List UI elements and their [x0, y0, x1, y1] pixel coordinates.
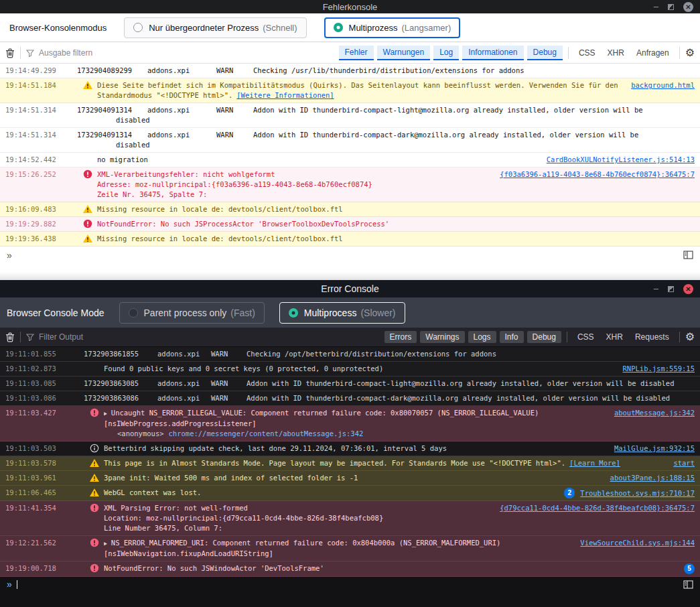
window-error-console-en: Error Console – ✕ Browser Console Mode P…	[0, 280, 700, 607]
settings-gear-icon[interactable]: ⚙	[685, 332, 695, 342]
restore-button[interactable]	[668, 286, 674, 292]
mode-option-hint: (Fast)	[230, 308, 255, 318]
warning-icon	[82, 204, 93, 214]
close-button[interactable]: ✕	[683, 2, 693, 12]
minimize-button[interactable]: –	[654, 285, 658, 292]
source-location-link[interactable]: Troubleshoot.sys.mjs:710:17	[580, 488, 695, 498]
console-output: 19:11:01.8551732903861855addons.xpiWARNC…	[0, 347, 700, 577]
console-input-row[interactable]: »	[0, 247, 700, 263]
log-message-text: Standardmodus "<!DOCTYPE html>".	[97, 91, 232, 99]
filter-button-fehler[interactable]: Fehler	[339, 46, 374, 60]
source-location-link[interactable]: MailGlue.jsm:932:15	[614, 444, 695, 454]
log-timestamp: 19:19:00.718	[0, 563, 84, 574]
log-line: XML Parsing Error: not well-formed	[104, 503, 497, 513]
text-cursor	[17, 580, 17, 589]
category-button-css[interactable]: CSS	[573, 330, 599, 344]
log-message-block: 1732904091314addons.xpiWARNAddon with ID…	[77, 105, 700, 125]
filter-input[interactable]: Filter Output	[26, 332, 379, 342]
mode-option-multiprocess[interactable]: Multiprozess (Langsamer)	[324, 17, 461, 38]
log-row: 19:11:03.578This page is in Almost Stand…	[0, 456, 700, 471]
source-location-link[interactable]: start	[673, 458, 695, 468]
source-location-link[interactable]: about3Pane.js:188:15	[610, 473, 695, 483]
filter-button-informationen[interactable]: Informationen	[462, 46, 523, 60]
error-icon	[89, 503, 100, 513]
log-row-meta: about3Pane.js:188:15	[610, 473, 700, 483]
expand-arrow-icon[interactable]: ▶	[104, 538, 107, 549]
radio-unselected-icon[interactable]	[133, 23, 143, 32]
filter-button-log[interactable]: Log	[433, 46, 459, 60]
settings-gear-icon[interactable]: ⚙	[685, 48, 695, 58]
category-button-requests[interactable]: Requests	[630, 330, 674, 344]
mode-option-hint: (Slower)	[360, 308, 395, 318]
open-sidebar-icon[interactable]	[683, 251, 693, 259]
filter-input[interactable]: Ausgabe filtern	[26, 48, 334, 58]
expand-arrow-icon[interactable]: ▶	[104, 408, 107, 419]
filter-button-errors[interactable]: Errors	[384, 331, 417, 343]
mode-label: Browser Console Mode	[7, 308, 104, 318]
log-message-text: Missing resource in locale de: devtools/…	[97, 234, 343, 243]
filter-button-debug[interactable]: Debug	[527, 331, 561, 343]
radio-unselected-icon[interactable]	[129, 308, 138, 318]
console-input-row[interactable]: »	[0, 577, 700, 592]
error-icon	[89, 538, 100, 547]
filter-button-info[interactable]: Info	[500, 331, 524, 343]
log-row: 19:14:52.442no migrationCardBookXULNotif…	[0, 153, 700, 167]
log-line: Location: moz-nullprincipal:{d79cca11-0c…	[104, 513, 497, 523]
log-row: 19:19:36.438Missing resource in locale d…	[0, 232, 700, 247]
category-button-xhr[interactable]: XHR	[602, 330, 628, 344]
log-timestamp: 19:11:01.855	[0, 349, 84, 359]
log-column: addons.xpi	[147, 105, 216, 115]
log-message-block: Missing resource in locale de: devtools/…	[97, 204, 700, 214]
log-message-block: This page is in Almost Standards Mode. P…	[104, 458, 673, 468]
error-icon	[89, 408, 100, 417]
source-location-link[interactable]: {f03a6396-a119-4043-8e68-4b760ecf0874}:3…	[500, 170, 695, 180]
source-location-link[interactable]: aboutMessage.js:342	[614, 408, 695, 418]
source-location-link[interactable]: RNPLib.jsm:559:15	[623, 364, 695, 374]
close-button[interactable]: ✕	[683, 284, 693, 294]
category-buttons: CSSXHRAnfragen	[574, 46, 674, 60]
error-icon	[82, 219, 93, 228]
log-message-text: Adresse: moz-nullprincipal:{f03a6396-a11…	[97, 180, 372, 188]
mode-option-multiprocess[interactable]: Multiprocess (Slower)	[279, 302, 405, 324]
radio-selected-icon[interactable]	[289, 308, 298, 318]
warning-icon	[89, 488, 100, 497]
open-sidebar-icon[interactable]	[683, 580, 693, 589]
mode-option-parent-process[interactable]: Parent process only (Fast)	[119, 302, 265, 324]
source-location-link[interactable]: ViewSourceChild.sys.mjs:144	[580, 538, 695, 548]
log-message-text: Betterbird skipping update check, last d…	[104, 444, 447, 452]
log-column: addons.xpi	[157, 349, 211, 359]
mode-option-label: Parent process only	[144, 308, 227, 318]
clear-output-button[interactable]	[5, 332, 15, 342]
filter-button-warnungen[interactable]: Warnungen	[377, 46, 431, 60]
log-message-block: 1732904089299addons.xpiWARNChecking /usr…	[77, 66, 700, 76]
console-mode-bar: Browser-Konsolenmodus Nur übergeordneter…	[0, 13, 700, 42]
log-timestamp: 19:19:29.882	[0, 219, 77, 229]
learn-more-link[interactable]: [Weitere Informationen]	[236, 91, 334, 99]
category-button-css[interactable]: CSS	[574, 46, 600, 60]
mode-label: Browser-Konsolenmodus	[9, 23, 107, 33]
source-location-link[interactable]: CardBookXULNotifyListener.js:514:13	[547, 155, 695, 165]
category-button-anfragen[interactable]: Anfragen	[632, 46, 674, 60]
log-row-meta: {d79cca11-0cd4-4bbe-826d-38f4beafcb08}:3…	[500, 503, 700, 513]
log-row-meta: {f03a6396-a119-4043-8e68-4b760ecf0874}:3…	[500, 170, 700, 180]
filter-button-logs[interactable]: Logs	[468, 331, 496, 343]
filter-button-warnings[interactable]: Warnings	[420, 331, 464, 343]
log-timestamp: 19:11:03.578	[0, 458, 84, 468]
restore-button[interactable]	[668, 4, 674, 10]
filter-button-debug[interactable]: Debug	[527, 46, 563, 60]
category-button-xhr[interactable]: XHR	[603, 46, 629, 60]
learn-more-link[interactable]: [Learn More]	[569, 459, 620, 467]
log-row: 19:14:51.3141732904091314addons.xpiWARNA…	[0, 128, 700, 153]
mode-option-parent-process[interactable]: Nur übergeordneter Prozess (Schnell)	[124, 17, 306, 38]
log-timestamp: 19:11:02.873	[0, 364, 84, 374]
stack-frame-source-link[interactable]: chrome://messenger/content/aboutMessage.…	[169, 429, 364, 437]
source-location-link[interactable]: {d79cca11-0cd4-4bbe-826d-38f4beafcb08}:3…	[500, 503, 695, 513]
source-location-link[interactable]: background.html	[631, 80, 695, 90]
clear-output-button[interactable]	[5, 48, 15, 58]
log-message-text: Diese Seite befindet sich im Kompatibili…	[97, 81, 618, 89]
log-line: Diese Seite befindet sich im Kompatibili…	[97, 80, 628, 90]
minimize-button[interactable]: –	[654, 3, 658, 10]
log-message-block: no migration	[97, 155, 547, 165]
log-message-block: 1732904091314addons.xpiWARNAddon with ID…	[77, 130, 700, 150]
radio-selected-icon[interactable]	[334, 23, 343, 32]
